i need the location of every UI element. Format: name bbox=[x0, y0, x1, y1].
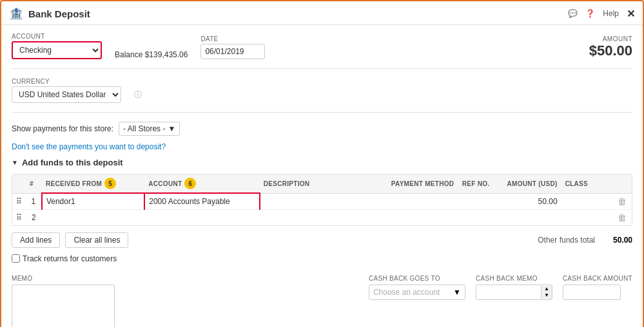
amount-value: $50.00 bbox=[589, 42, 632, 59]
other-funds-value: 50.00 bbox=[600, 236, 632, 245]
currency-label: Currency bbox=[12, 78, 121, 85]
divider-1 bbox=[12, 68, 632, 69]
memo-section: Memo bbox=[12, 275, 115, 328]
dont-see-payments-link[interactable]: Don't see the payments you want to depos… bbox=[12, 142, 632, 151]
cashback-goes-to-field: Cash back goes to Choose an account ▼ bbox=[369, 275, 465, 300]
account-label: Account bbox=[12, 33, 102, 40]
method-cell-2[interactable] bbox=[387, 209, 458, 225]
store-dropdown-icon: ▼ bbox=[168, 124, 175, 133]
window-title: Bank Deposit bbox=[28, 8, 90, 19]
ref-input-2[interactable] bbox=[462, 213, 500, 222]
delete-cell-1[interactable]: 🗑 bbox=[612, 193, 632, 209]
account-input-1[interactable] bbox=[149, 197, 255, 206]
other-funds-label: Other funds total bbox=[538, 236, 595, 245]
amount-cell-1: 50.00 bbox=[503, 193, 561, 209]
cashback-memo-spin-down[interactable]: ▼ bbox=[542, 292, 552, 299]
th-num: # bbox=[26, 174, 42, 193]
received-from-cell-2[interactable] bbox=[42, 209, 144, 225]
cashback-memo-input-wrapper: ▲ ▼ bbox=[476, 285, 552, 300]
divider-2 bbox=[12, 112, 632, 113]
badge-5: 5 bbox=[104, 178, 116, 189]
memo-label: Memo bbox=[12, 275, 115, 282]
title-bar: 🏦 Bank Deposit 💬 ❓ Help ✕ bbox=[1, 1, 643, 25]
method-input-1[interactable] bbox=[391, 197, 454, 206]
cashback-memo-spin-up[interactable]: ▲ bbox=[542, 286, 552, 292]
bank-deposit-icon: 🏦 bbox=[9, 6, 23, 21]
bank-deposit-window: 🏦 Bank Deposit 💬 ❓ Help ✕ Account Checki… bbox=[0, 0, 644, 327]
collapse-triangle[interactable]: ▼ bbox=[12, 159, 18, 166]
ref-input-1[interactable] bbox=[462, 197, 500, 206]
th-account: ACCOUNT 6 bbox=[144, 174, 259, 193]
received-from-input-1[interactable] bbox=[46, 197, 140, 206]
balance-text: Balance $139,435.06 bbox=[115, 50, 188, 59]
class-input-2[interactable] bbox=[565, 213, 609, 222]
account-row: Account Checking Balance $139,435.06 Dat… bbox=[12, 33, 632, 59]
amount-display: AMOUNT $50.00 bbox=[589, 35, 632, 59]
currency-info-icon[interactable]: ⓘ bbox=[134, 89, 142, 100]
funds-table: # RECEIVED FROM 5 ACCOUNT 6 bbox=[12, 174, 632, 225]
cashback-account-select[interactable]: Choose an account ▼ bbox=[369, 285, 465, 300]
table-header-row: # RECEIVED FROM 5 ACCOUNT 6 bbox=[12, 174, 632, 193]
received-from-input-2[interactable] bbox=[46, 213, 141, 222]
clear-all-lines-button[interactable]: Clear all lines bbox=[65, 232, 128, 248]
class-cell-2[interactable] bbox=[561, 209, 612, 225]
received-from-cell-1[interactable] bbox=[42, 193, 144, 209]
account-input-2[interactable] bbox=[148, 213, 255, 222]
description-cell-1[interactable] bbox=[260, 193, 387, 209]
currency-select[interactable]: USD United States Dollar bbox=[12, 86, 121, 103]
method-cell-1[interactable] bbox=[387, 193, 458, 209]
class-input-1[interactable] bbox=[565, 197, 609, 206]
ref-cell-1[interactable] bbox=[458, 193, 503, 209]
table-row: ⠿ 2 bbox=[12, 209, 632, 225]
account-cell-1[interactable] bbox=[144, 193, 259, 209]
title-bar-left: 🏦 Bank Deposit bbox=[9, 6, 90, 21]
account-select[interactable]: Checking bbox=[12, 41, 102, 59]
class-cell-1[interactable] bbox=[561, 193, 612, 209]
cashback-amount-input[interactable] bbox=[563, 285, 621, 300]
th-received: RECEIVED FROM 5 bbox=[42, 174, 144, 193]
amount-cell-2[interactable] bbox=[503, 209, 561, 225]
delete-icon-1[interactable]: 🗑 bbox=[618, 196, 627, 207]
account-cell-2[interactable] bbox=[144, 209, 259, 225]
th-method: PAYMENT METHOD bbox=[387, 174, 458, 193]
cashback-memo-input[interactable] bbox=[476, 285, 541, 299]
drag-handle-2[interactable]: ⠿ bbox=[12, 209, 26, 225]
drag-handle-1[interactable]: ⠿ bbox=[12, 193, 26, 209]
funds-section-title: Add funds to this deposit bbox=[22, 158, 123, 167]
help-label[interactable]: Help bbox=[603, 9, 619, 18]
store-value: - All Stores - bbox=[123, 124, 165, 133]
close-button[interactable]: ✕ bbox=[627, 8, 635, 20]
store-row: Show payments for this store: - All Stor… bbox=[12, 122, 632, 136]
main-content: Account Checking Balance $139,435.06 Dat… bbox=[1, 25, 643, 327]
amount-input-2[interactable] bbox=[507, 213, 558, 222]
title-bar-right: 💬 ❓ Help ✕ bbox=[568, 8, 635, 20]
delete-icon-2[interactable]: 🗑 bbox=[618, 212, 627, 223]
ref-cell-2[interactable] bbox=[458, 209, 503, 225]
track-returns-checkbox[interactable] bbox=[12, 254, 20, 263]
funds-table-container: # RECEIVED FROM 5 ACCOUNT 6 bbox=[12, 174, 632, 226]
badge-6: 6 bbox=[184, 178, 196, 189]
add-lines-button[interactable]: Add lines bbox=[12, 232, 60, 248]
description-cell-2[interactable] bbox=[260, 209, 387, 225]
date-input[interactable] bbox=[200, 44, 265, 59]
cashback-memo-label: Cash back memo bbox=[476, 275, 552, 282]
cashback-memo-field: Cash back memo ▲ ▼ bbox=[476, 275, 552, 300]
bottom-controls: Add lines Clear all lines Other funds to… bbox=[12, 232, 632, 248]
currency-row: Currency USD United States Dollar ⓘ bbox=[12, 78, 632, 103]
method-input-2[interactable] bbox=[391, 213, 454, 222]
help-icon[interactable]: ❓ bbox=[585, 9, 595, 18]
description-input-1[interactable] bbox=[264, 197, 384, 206]
track-returns-label: Track returns for customers bbox=[23, 254, 117, 263]
th-delete bbox=[612, 174, 632, 193]
store-select[interactable]: - All Stores - ▼ bbox=[119, 122, 180, 136]
chat-icon[interactable]: 💬 bbox=[568, 9, 578, 18]
amount-label: AMOUNT bbox=[589, 35, 632, 42]
th-amount: AMOUNT (USD) bbox=[503, 174, 561, 193]
th-received-label: RECEIVED FROM bbox=[46, 180, 102, 187]
row-num-2: 2 bbox=[26, 209, 42, 225]
table-row: ⠿ 1 bbox=[12, 193, 632, 209]
memo-textarea[interactable] bbox=[12, 285, 115, 328]
th-drag bbox=[12, 174, 26, 193]
description-input-2[interactable] bbox=[264, 213, 384, 222]
delete-cell-2[interactable]: 🗑 bbox=[612, 209, 632, 225]
